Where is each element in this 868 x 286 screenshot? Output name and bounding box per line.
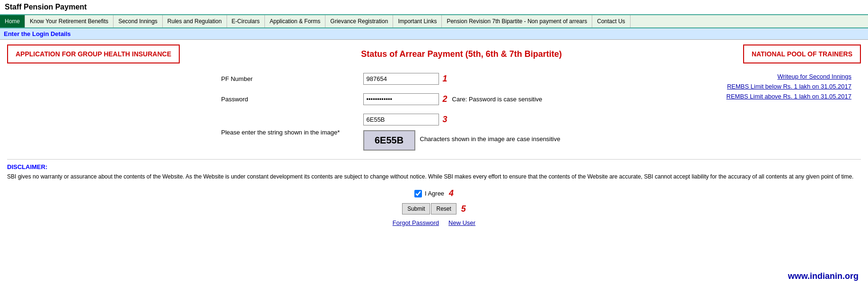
password-label: Password [221,96,363,103]
password-step: 2 [443,94,447,104]
pf-step: 1 [443,74,447,84]
nav-item-grievance[interactable]: Grievance Registration [325,15,393,27]
captcha-step: 3 [443,115,447,125]
agree-checkbox[interactable] [414,190,422,197]
form-outer: Writeup for Second Innings REMBS Limit b… [7,73,861,151]
captcha-image: 6E55B [363,130,415,151]
navbar: HomeKnow Your Retirement BenefitsSecond … [0,14,868,28]
reset-button[interactable]: Reset [431,203,456,214]
login-bar-text: Enter the Login Details [4,30,71,37]
buttons-row: Submit Reset 5 [7,203,861,214]
rembs-above-link[interactable]: REMBS Limit above Rs. 1 lakh on 31.05.20… [727,93,851,100]
captcha-input[interactable] [363,114,439,125]
bottom-links: Forgot Password New User [7,219,861,226]
writeup-link[interactable]: Writeup for Second Innings [727,73,851,80]
captcha-input-row: Please enter the string shown in the ima… [221,114,647,151]
buttons-step: 5 [461,204,466,214]
pf-label: PF Number [221,75,363,82]
new-user-link[interactable]: New User [448,219,475,226]
password-input[interactable] [363,93,439,105]
captcha-display-row: 6E55B Characters shown in the image are … [363,127,561,151]
submit-button[interactable]: Submit [402,203,430,214]
national-pool-button[interactable]: NATIONAL POOL OF TRAINERS [743,45,861,63]
app-health-button[interactable]: APPLICATION FOR GROUP HEALTH INSURANCE [7,45,180,63]
right-links: Writeup for Second Innings REMBS Limit b… [727,73,851,103]
banner-row: APPLICATION FOR GROUP HEALTH INSURANCE S… [7,45,861,63]
nav-item-pension-revision[interactable]: Pension Revision 7th Bipartite - Non pay… [442,15,592,27]
nav-item-ecirculars[interactable]: E-Circulars [227,15,265,27]
captcha-case-note: Characters shown in the image are case i… [420,135,561,143]
nav-item-contact-us[interactable]: Contact Us [592,15,630,27]
main-content: APPLICATION FOR GROUP HEALTH INSURANCE S… [0,40,868,231]
disclaimer-text: SBI gives no warranty or assurance about… [7,172,861,181]
pf-row: PF Number 1 [221,73,647,85]
agree-label[interactable]: I Agree [425,190,444,197]
nav-item-important-links[interactable]: Important Links [393,15,442,27]
page-title: Staff Pension Payment [5,3,863,11]
status-title: Status of Arrear Payment (5th, 6th & 7th… [180,49,743,59]
forgot-password-link[interactable]: Forgot Password [393,219,439,226]
disclaimer-section: DISCLAIMER: SBI gives no warranty or ass… [7,159,861,181]
agree-row: I Agree 4 [7,188,861,198]
pf-input[interactable] [363,73,439,85]
agree-step: 4 [449,188,454,198]
page-header: Staff Pension Payment [0,0,868,14]
password-care-note: Care: Password is case sensitive [452,96,543,103]
login-form: PF Number 1 Password 2 Care: Password is… [221,73,647,151]
rembs-below-link[interactable]: REMBS Limit below Rs. 1 lakh on 31.05.20… [727,83,851,90]
nav-item-home[interactable]: Home [0,15,25,27]
nav-item-rules[interactable]: Rules and Regulation [163,15,227,27]
nav-item-know-retirement[interactable]: Know Your Retirement Benefits [25,15,114,27]
password-row: Password 2 Care: Password is case sensit… [221,93,647,105]
nav-item-second-innings[interactable]: Second Innings [114,15,163,27]
captcha-outer: 3 6E55B Characters shown in the image ar… [363,114,561,151]
login-bar: Enter the Login Details [0,28,868,40]
nav-item-application-forms[interactable]: Application & Forms [265,15,325,27]
disclaimer-title: DISCLAIMER: [7,163,861,170]
captcha-label: Please enter the string shown in the ima… [221,129,363,136]
